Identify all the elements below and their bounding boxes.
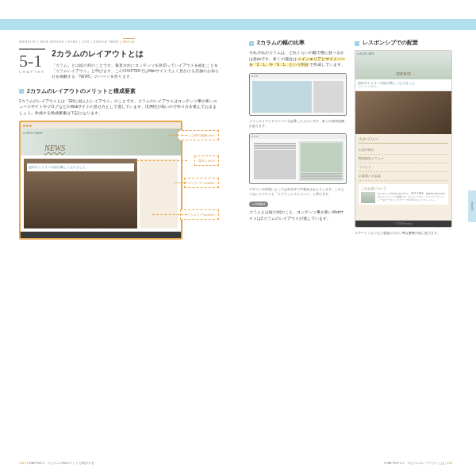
point-body: カラムとは縦の列のこと。コンテンツ量が多いWebサイトは2カラムのレイアウトが適…: [249, 209, 347, 221]
wf-main: [252, 81, 312, 113]
page-number: 199: [447, 461, 452, 465]
about-title: このお店について: [361, 186, 446, 190]
mock-banner: 店内ギャラリーの絵が新しくなりました: [27, 163, 134, 171]
list-item: お客様との会話: [359, 172, 448, 181]
lead-text: 「カラム」とは縦の列のことです。垂直方向にコンテンツを区切ってレイアウトを組むこ…: [52, 63, 219, 80]
footer-text: CHAPTER 5-1 2カラムのレイアウトとは: [384, 461, 444, 465]
about-box: このお店について 体に優しい自然食を提供する、WCB CAFE。無添加の食材を利…: [359, 184, 448, 205]
right-columns: 2カラムの幅の比率 それぞれのカラムは、どれくらいの幅で横に並べるかは自由です。…: [249, 40, 452, 240]
mock-header: ● WCB CAFE NEWS: [21, 129, 181, 155]
callout-line: [152, 214, 187, 215]
chapter-number: 5-1: [19, 48, 45, 69]
section-title: レスポンシブでの配置: [363, 40, 418, 47]
section-body: 2カラムのレイアウトとは「2列に並んだレイアウト」のことです。カラムのレイアウト…: [19, 98, 219, 117]
wf-body: [250, 79, 346, 115]
crumb-active: MEDIA: [123, 38, 135, 44]
page-spread: WEBSITE | WEB DESIGN | HTML | CSS | SING…: [0, 0, 476, 476]
phone-footer: © 2019 Manabox: [355, 221, 451, 227]
window-dot: [29, 125, 32, 127]
page-footer-left: 198 | CHAPTER 5 2カラムのWebサイトを制作する: [19, 461, 94, 465]
crumb: WEB DESIGN: [40, 40, 64, 44]
mock-footer: [21, 232, 181, 238]
wf-body: [250, 139, 346, 183]
mock-aside: [140, 159, 178, 228]
list-item: 期間限定メニュー: [359, 155, 448, 163]
head-right: 2カラムのレイアウトとは 「カラム」とは縦の列のことです。垂直方向にコンテンツを…: [52, 48, 219, 80]
mock-logo: ● WCB CAFE: [23, 131, 43, 135]
section-heading: 2カラムのレイアウトのメリットと構成要素: [19, 88, 219, 95]
mock-content: 店内ギャラリーの絵が新しくなりました: [21, 155, 181, 232]
phone-logo: ● WCB CAFE: [355, 51, 451, 57]
mock-article: 店内ギャラリーの絵が新しくなりました: [24, 159, 137, 228]
crumb: SINGLE PAGE: [94, 40, 119, 44]
callout-aside: サイドバー<aside>: [184, 178, 219, 188]
phone-sidebar: カテゴリー お店の紹介 期間限定メニュー イベント お客様との会話 このお店につ…: [355, 134, 451, 221]
callout-h2: 見出し<h2>: [194, 155, 219, 166]
chapter-num-block: 5-1 CHAPTER: [19, 48, 45, 80]
caption: デザインや内容によっては半分ずつで表示されたりします。このようなレイアウトを「ス…: [249, 187, 347, 197]
mockup-wrap: ● WCB CAFE NEWS 店内ギャラリーの絵が新しくなりました ページ上部…: [19, 121, 219, 240]
wireframe-21: [249, 73, 347, 116]
phone-header: ● WCB CAFE NEWS: [355, 51, 451, 79]
phone-photo: [355, 91, 451, 134]
list-item: お店の紹介: [359, 146, 448, 155]
category-title: カテゴリー: [359, 137, 448, 144]
wireframe-split: [249, 133, 347, 184]
point-badge: POINT: [249, 202, 268, 207]
wf-side: [313, 81, 344, 113]
wf-half: [299, 141, 344, 181]
callout-line: [168, 135, 187, 136]
callout-line: [175, 182, 187, 183]
section-heading: 2カラムの幅の比率: [249, 40, 347, 47]
website-mockup: ● WCB CAFE NEWS 店内ギャラリーの絵が新しくなりました: [19, 121, 182, 240]
caption: スマートフォンなど画面が小さい時は要素が縦に並びます。: [355, 231, 452, 236]
list-item: イベント: [359, 163, 448, 172]
caption: メインエリアとサイドバーを設置したカラムです。多くの採用実績があります。: [249, 119, 347, 129]
window-dot: [26, 125, 29, 127]
page-title: 2カラムのレイアウトとは: [52, 48, 219, 60]
col-left: 2カラムの幅の比率 それぞれのカラムは、どれくらいの幅で横に並べるかは自由です。…: [249, 40, 347, 240]
phone-mockup: ● WCB CAFE NEWS 店内ギャラリーの絵が新しくなりました モバイルで…: [355, 50, 452, 228]
chapter-label: CHAPTER: [19, 70, 45, 74]
page-number: 198: [19, 461, 25, 465]
footer-text: CHAPTER 5 2カラムのWebサイトを制作する: [27, 461, 94, 465]
side-tab: chapter5: [468, 190, 476, 222]
crumb: HTML: [68, 40, 79, 44]
phone-notice: 店内ギャラリーの絵が新しくなりました モバイルでの表示: [355, 79, 451, 91]
callout-line: [136, 160, 187, 161]
news-label: NEWS: [44, 144, 65, 152]
page-footer-right: CHAPTER 5-1 2カラムのレイアウトとは | 199: [384, 461, 452, 465]
notice-sub: モバイルでの表示: [358, 85, 449, 88]
wf-half: [252, 141, 298, 181]
chapter-head: 5-1 CHAPTER 2カラムのレイアウトとは 「カラム」とは縦の列のことです…: [19, 48, 219, 80]
section-body: それぞれのカラムは、どれくらいの幅で横に並べるかは自由です。多くの場合はメインエ…: [249, 50, 347, 68]
section-heading: レスポンシブでの配置: [355, 40, 452, 47]
window-dot: [23, 125, 25, 127]
crumb: CSS: [82, 40, 90, 44]
text: で作成しています。: [309, 63, 345, 67]
right-page: 2カラムの幅の比率 それぞれのカラムは、どれくらいの幅で横に並べるかは自由です。…: [238, 0, 476, 476]
col-right: レスポンシブでの配置 ● WCB CAFE NEWS 店内ギャラリーの絵が新しく…: [355, 40, 452, 240]
crumb: WEBSITE: [19, 40, 36, 44]
breadcrumb: WEBSITE | WEB DESIGN | HTML | CSS | SING…: [19, 40, 219, 44]
section-title: 2カラムのレイアウトのメリットと構成要素: [27, 88, 136, 95]
about-thumbnail: [361, 192, 375, 203]
section-title: 2カラムの幅の比率: [257, 40, 305, 47]
left-page: WEBSITE | WEB DESIGN | HTML | CSS | SING…: [0, 0, 238, 476]
mock-titlebar: [21, 122, 181, 129]
phone-news: NEWS: [396, 71, 410, 77]
